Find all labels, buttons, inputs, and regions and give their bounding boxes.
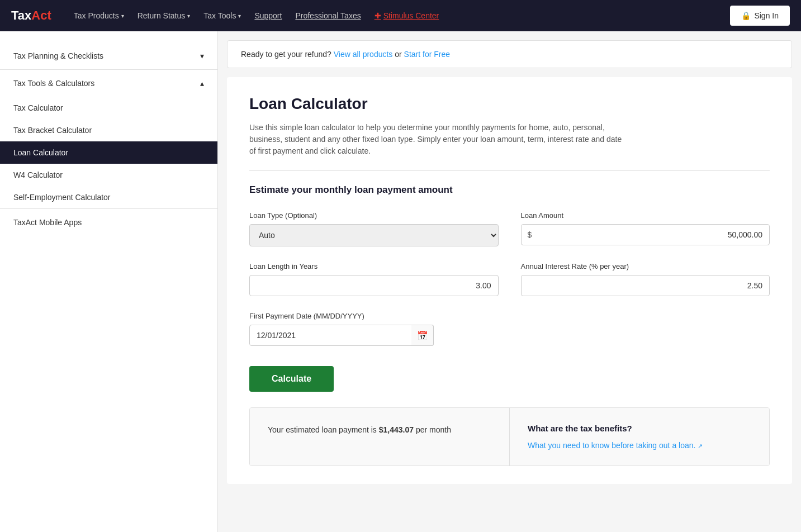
form-row-1: Loan Type (Optional) Auto Home Personal … [249, 211, 770, 246]
sign-in-label: Sign In [754, 11, 779, 20]
form-row-2: Loan Length in Years Annual Interest Rat… [249, 262, 770, 296]
nav-professional-taxes-label: Professional Taxes [295, 11, 361, 20]
annual-rate-group: Annual Interest Rate (% per year) [521, 262, 770, 296]
nav-stimulus-label: Stimulus Center [383, 11, 439, 20]
sidebar: Tax Planning & Checklists ▾ Tax Tools & … [0, 31, 218, 532]
sidebar-item-loan-calculator[interactable]: Loan Calculator [0, 141, 217, 164]
sign-in-button[interactable]: 🔒 Sign In [730, 6, 790, 26]
chevron-up-icon: ▴ [200, 79, 204, 88]
tax-benefits-title: What are the tax benefits? [528, 424, 751, 433]
date-wrapper: 📅 [249, 325, 434, 346]
navigation: TaxAct Tax Products ▾ Return Status ▾ Ta… [0, 0, 801, 31]
sidebar-planning-label: Tax Planning & Checklists [13, 51, 103, 60]
nav-support[interactable]: Support [254, 11, 282, 20]
external-link-icon: ↗ [698, 443, 703, 449]
divider [249, 170, 770, 171]
nav-tax-tools[interactable]: Tax Tools ▾ [203, 11, 241, 20]
tax-benefits-link[interactable]: What you need to know before taking out … [528, 441, 703, 450]
date-group: First Payment Date (MM/DD/YYYY) 📅 [249, 312, 434, 346]
nav-return-status-label: Return Status [138, 11, 186, 20]
chevron-down-icon: ▾ [121, 13, 124, 19]
annual-rate-input[interactable] [521, 275, 770, 296]
results-container: Your estimated loan payment is $1,443.07… [249, 407, 770, 466]
nav-tax-products-label: Tax Products [74, 11, 119, 20]
view-all-products-link[interactable]: View all products [334, 50, 393, 59]
page-wrapper: Tax Planning & Checklists ▾ Tax Tools & … [0, 31, 801, 532]
sidebar-self-employment-label: Self-Employment Calculator [13, 193, 111, 202]
loan-amount-group: Loan Amount $ [521, 211, 770, 246]
loan-length-group: Loan Length in Years [249, 262, 499, 296]
sidebar-item-mobile-apps[interactable]: TaxAct Mobile Apps [0, 209, 217, 236]
loan-calculator-container: Loan Calculator Use this simple loan cal… [227, 77, 792, 484]
loan-length-label: Loan Length in Years [249, 262, 499, 270]
banner-text: Ready to get your refund? [241, 50, 331, 59]
logo-act: Act [31, 8, 51, 23]
sidebar-section-planning: Tax Planning & Checklists ▾ [0, 42, 217, 70]
date-input[interactable] [249, 325, 434, 346]
result-prefix: Your estimated loan payment is [268, 425, 379, 434]
calculator-description: Use this simple loan calculator to help … [249, 122, 629, 157]
nav-tax-products[interactable]: Tax Products ▾ [74, 11, 124, 20]
calculate-button[interactable]: Calculate [249, 366, 334, 392]
sidebar-item-self-employment[interactable]: Self-Employment Calculator [0, 186, 217, 208]
lock-icon: 🔒 [741, 11, 751, 20]
result-payment-box: Your estimated loan payment is $1,443.07… [250, 408, 510, 466]
nav-links: Tax Products ▾ Return Status ▾ Tax Tools… [74, 11, 731, 20]
chevron-down-icon: ▾ [238, 13, 241, 19]
dollar-sign: $ [528, 230, 532, 239]
sidebar-tax-bracket-label: Tax Bracket Calculator [13, 126, 92, 135]
sidebar-item-tax-calculator[interactable]: Tax Calculator [0, 97, 217, 119]
loan-amount-label: Loan Amount [521, 211, 770, 220]
annual-rate-label: Annual Interest Rate (% per year) [521, 262, 770, 270]
sidebar-section-tools: Tax Tools & Calculators ▴ Tax Calculator… [0, 70, 217, 209]
sidebar-tax-calculator-label: Tax Calculator [13, 103, 63, 112]
loan-type-select[interactable]: Auto Home Personal Business Student Othe… [249, 224, 499, 246]
nav-support-label: Support [254, 11, 282, 20]
form-row-3: First Payment Date (MM/DD/YYYY) 📅 [249, 312, 770, 346]
loan-amount-input[interactable] [521, 224, 770, 245]
nav-return-status[interactable]: Return Status ▾ [138, 11, 191, 20]
nav-stimulus-center[interactable]: ✚ Stimulus Center [375, 11, 439, 20]
sidebar-loan-label: Loan Calculator [13, 148, 68, 157]
logo-tax: Tax [11, 8, 31, 23]
banner-or: or [395, 50, 404, 59]
sidebar-tax-tools-header[interactable]: Tax Tools & Calculators ▴ [0, 70, 217, 97]
loan-length-input[interactable] [249, 275, 499, 296]
date-label: First Payment Date (MM/DD/YYYY) [249, 312, 434, 320]
nav-professional-taxes[interactable]: Professional Taxes [295, 11, 361, 20]
refund-banner: Ready to get your refund? View all produ… [227, 40, 792, 68]
result-benefits-box: What are the tax benefits? What you need… [510, 408, 769, 466]
result-payment-text: Your estimated loan payment is $1,443.07… [268, 424, 491, 436]
sidebar-tax-planning-header[interactable]: Tax Planning & Checklists ▾ [0, 42, 217, 69]
chevron-down-icon: ▾ [187, 13, 190, 19]
chevron-down-icon: ▾ [200, 51, 204, 60]
result-suffix: per month [414, 425, 451, 434]
main-content: Ready to get your refund? View all produ… [218, 31, 801, 532]
tax-benefits-link-text: What you need to know before taking out … [528, 441, 695, 450]
sidebar-item-w4-calculator[interactable]: W4 Calculator [0, 164, 217, 186]
calendar-button[interactable]: 📅 [411, 325, 434, 346]
nav-tax-tools-label: Tax Tools [203, 11, 236, 20]
sidebar-tools-label: Tax Tools & Calculators [13, 79, 94, 88]
logo[interactable]: TaxAct [11, 8, 51, 23]
start-for-free-link[interactable]: Start for Free [404, 50, 450, 59]
calendar-icon: 📅 [417, 330, 428, 341]
sidebar-w4-label: W4 Calculator [13, 170, 63, 179]
loan-type-group: Loan Type (Optional) Auto Home Personal … [249, 211, 499, 246]
sidebar-item-tax-bracket-calculator[interactable]: Tax Bracket Calculator [0, 119, 217, 141]
sidebar-apps-label: TaxAct Mobile Apps [13, 218, 82, 227]
loan-amount-wrapper: $ [521, 224, 770, 245]
stimulus-star-icon: ✚ [375, 11, 381, 20]
result-amount: $1,443.07 [379, 425, 414, 434]
loan-type-label: Loan Type (Optional) [249, 211, 499, 220]
page-title: Loan Calculator [249, 95, 770, 113]
section-title: Estimate your monthly loan payment amoun… [249, 184, 770, 196]
